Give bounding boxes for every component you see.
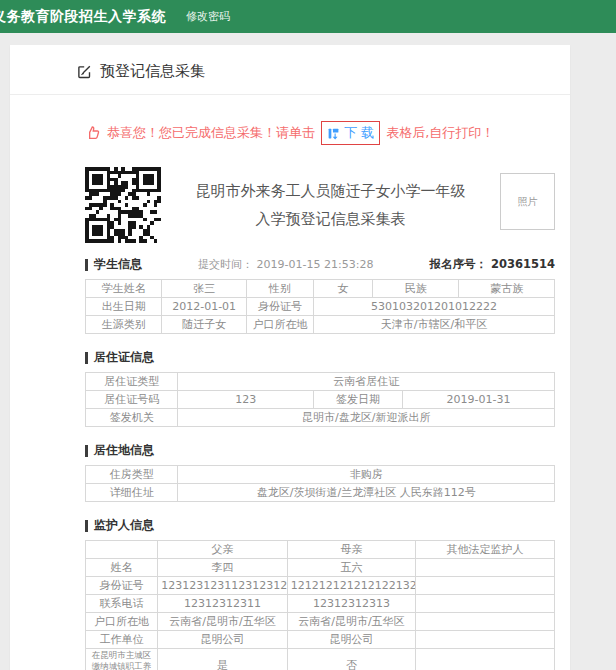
label-cell: 姓名 (86, 559, 158, 577)
qr-code (85, 167, 161, 243)
value-cell: 530103201201012222 (313, 298, 554, 316)
success-notice: 恭喜您！您已完成信息采集！请单击 下 载 表格后,自行打印！ (85, 121, 555, 145)
value-cell: 2012-01-01 (162, 298, 246, 316)
notice-text-prefix: 恭喜您！您已完成信息采集！请单击 (107, 124, 315, 142)
value-cell: 张三 (162, 280, 246, 298)
section-residence-permit-info: 居住证信息 (85, 349, 555, 366)
document-header: 昆明市外来务工人员随迁子女小学一年级 入学预登记信息采集表 照片 (85, 167, 555, 243)
label-cell: 身份证号 (86, 577, 158, 595)
value-cell: 是 (158, 649, 287, 670)
student-table: 学生姓名 张三 性别 女 民族 蒙古族 出生日期 2012-01-01 身份证号… (85, 279, 555, 334)
value-cell (416, 613, 555, 631)
section-bar (85, 445, 88, 457)
value-cell: 123 (178, 391, 314, 409)
table-row: 父亲 母亲 其他法定监护人 (86, 541, 555, 559)
serial-number: 报名序号： 20361514 (429, 257, 555, 272)
menu-change-password[interactable]: 修改密码 (186, 9, 230, 24)
column-header-mother: 母亲 (287, 541, 416, 559)
table-row: 签发机关 昆明市/盘龙区/新迎派出所 (86, 409, 555, 427)
table-row: 住房类型 非购房 (86, 466, 555, 484)
value-cell: 云南省/昆明市/五华区 (158, 613, 287, 631)
label-cell: 身份证号 (246, 298, 313, 316)
table-row: 居住证类型 云南省居住证 (86, 373, 555, 391)
table-row: 身份证号 123123123112312312 1212121212121221… (86, 577, 555, 595)
residence-table: 住房类型 非购房 详细住址 盘龙区/茨坝街道/兰龙潭社区 人民东路112号 (85, 465, 555, 502)
value-cell: 2019-01-31 (403, 391, 555, 409)
value-cell: 昆明公司 (287, 631, 416, 649)
document-title-line2: 入学预登记信息采集表 (167, 205, 494, 233)
section-residence-info: 居住地信息 (85, 442, 555, 459)
value-cell: 12312312313 (287, 595, 416, 613)
label-cell: 在昆明市主城区缴纳城镇职工养老保险 (86, 649, 158, 670)
value-cell: 李四 (158, 559, 287, 577)
value-cell (416, 631, 555, 649)
value-cell: 云南省/昆明市/五华区 (287, 613, 416, 631)
card-body: 恭喜您！您已完成信息采集！请单击 下 载 表格后,自行打印！ 昆明市外来务工人员… (10, 121, 570, 670)
column-header-father: 父亲 (158, 541, 287, 559)
label-cell: 联系电话 (86, 595, 158, 613)
label-cell: 居住证类型 (86, 373, 178, 391)
value-cell: 121212121212122132 (287, 577, 416, 595)
value-cell: 非购房 (178, 466, 555, 484)
submit-time: 提交时间： 2019-01-15 21:53:28 (198, 257, 373, 272)
value-cell: 云南省居住证 (178, 373, 555, 391)
download-icon (327, 127, 340, 140)
table-row: 户口所在地 云南省/昆明市/五华区 云南省/昆明市/五华区 (86, 613, 555, 631)
top-navbar: 义务教育阶段招生入学系统 修改密码 (0, 0, 616, 33)
table-row: 联系电话 12312312311 12312312313 (86, 595, 555, 613)
label-cell: 民族 (373, 280, 459, 298)
value-cell: 昆明市/盘龙区/新迎派出所 (178, 409, 555, 427)
value-cell: 五六 (287, 559, 416, 577)
section-bar (85, 352, 88, 364)
table-row: 在昆明市主城区缴纳城镇职工养老保险 是 否 (86, 649, 555, 670)
value-cell: 否 (287, 649, 416, 670)
page-title: 预登记信息采集 (100, 62, 205, 81)
table-row: 居住证号码 123 签发日期 2019-01-31 (86, 391, 555, 409)
document-title: 昆明市外来务工人员随迁子女小学一年级 入学预登记信息采集表 (161, 177, 500, 233)
value-cell: 昆明公司 (158, 631, 287, 649)
label-cell: 居住证号码 (86, 391, 178, 409)
label-cell: 学生姓名 (86, 280, 162, 298)
label-cell: 出生日期 (86, 298, 162, 316)
thumbs-up-icon (85, 125, 101, 141)
label-cell (86, 541, 158, 559)
section-title: 学生信息 (94, 256, 142, 273)
value-cell: 蒙古族 (459, 280, 555, 298)
label-cell: 签发日期 (313, 391, 402, 409)
section-title: 监护人信息 (94, 517, 154, 534)
column-header-other-guardian: 其他法定监护人 (416, 541, 555, 559)
label-cell: 住房类型 (86, 466, 178, 484)
label-cell: 户口所在地 (86, 613, 158, 631)
table-row: 工作单位 昆明公司 昆明公司 (86, 631, 555, 649)
photo-label: 照片 (518, 195, 538, 209)
section-bar (85, 259, 88, 271)
value-cell: 123123123112312312 (158, 577, 287, 595)
download-button[interactable]: 下 载 (321, 121, 380, 145)
value-cell (416, 595, 555, 613)
table-row: 学生姓名 张三 性别 女 民族 蒙古族 (86, 280, 555, 298)
label-cell: 工作单位 (86, 631, 158, 649)
section-student-info: 学生信息 提交时间： 2019-01-15 21:53:28 报名序号： 203… (85, 256, 555, 273)
table-row: 生源类别 随迁子女 户口所在地 天津市/市辖区/和平区 (86, 316, 555, 334)
label-cell: 详细住址 (86, 484, 178, 502)
value-cell: 女 (313, 280, 372, 298)
notice-text-suffix: 表格后,自行打印！ (386, 124, 494, 142)
value-cell: 天津市/市辖区/和平区 (313, 316, 554, 334)
download-label: 下 载 (344, 124, 374, 142)
section-title: 居住地信息 (94, 442, 154, 459)
label-cell: 性别 (246, 280, 313, 298)
section-bar (85, 520, 88, 532)
card-header: 预登记信息采集 (10, 45, 570, 95)
residence-permit-table: 居住证类型 云南省居住证 居住证号码 123 签发日期 2019-01-31 签… (85, 372, 555, 427)
value-cell: 随迁子女 (162, 316, 246, 334)
edit-icon (77, 64, 92, 79)
table-row: 详细住址 盘龙区/茨坝街道/兰龙潭社区 人民东路112号 (86, 484, 555, 502)
label-cell: 户口所在地 (246, 316, 313, 334)
value-cell (416, 649, 555, 670)
system-title: 义务教育阶段招生入学系统 (0, 8, 166, 26)
value-cell: 盘龙区/茨坝街道/兰龙潭社区 人民东路112号 (178, 484, 555, 502)
guardian-table: 父亲 母亲 其他法定监护人 姓名 李四 五六 身份证号 123123123112… (85, 540, 555, 670)
section-title: 居住证信息 (94, 349, 154, 366)
value-cell (416, 559, 555, 577)
section-guardian-info: 监护人信息 (85, 517, 555, 534)
